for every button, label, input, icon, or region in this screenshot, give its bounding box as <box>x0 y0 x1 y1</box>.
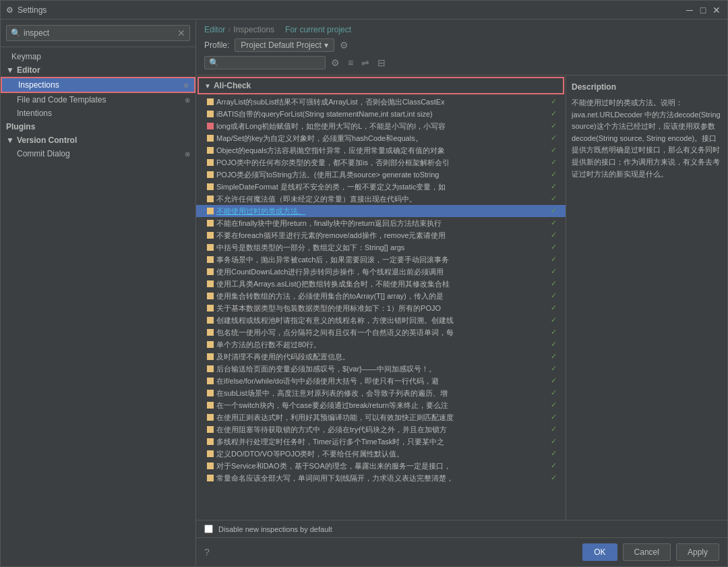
inspection-item[interactable]: 事务场景中，抛出异常被catch后，如果需要回滚，一定要手动回滚事务✓ <box>196 253 566 266</box>
inspection-item[interactable]: Object的equals方法容易抛空指针异常，应使用常量或确定有值的对象✓ <box>196 144 566 156</box>
group-button[interactable]: ⊟ <box>375 56 388 69</box>
inspection-checkbox[interactable]: ✓ <box>551 461 560 471</box>
inspections-search-input[interactable] <box>222 58 321 67</box>
close-button[interactable]: ✕ <box>711 5 722 16</box>
inspection-item[interactable]: 在一个switch块内，每个case要必须通过break/return等来终止，… <box>196 399 566 411</box>
sidebar-item-version-control[interactable]: ▼ Version Control <box>1 133 195 147</box>
inspection-item[interactable]: SimpleDateFormat 是线程不安全的类，一般不要定义为static变… <box>196 181 566 193</box>
inspection-item[interactable]: 及时清理不再使用的代码段或配置信息。✓ <box>196 351 566 363</box>
inspection-checkbox[interactable]: ✓ <box>551 400 560 410</box>
inspection-item[interactable]: 在使用正则表达式时，利用好其预编译功能，可以有效加快正则匹配速度✓ <box>196 411 566 423</box>
inspection-item[interactable]: 创建线程或线程池时请指定有意义的线程名称，方便出错时回溯。创建线✓ <box>196 314 566 326</box>
inspection-checkbox[interactable]: ✓ <box>551 425 560 434</box>
inspection-checkbox[interactable]: ✓ <box>551 133 560 143</box>
inspection-checkbox[interactable]: ✓ <box>551 473 560 483</box>
inspection-item-text: 创建线程或线程池时请指定有意义的线程名称，方便出错时回溯。创建线 <box>216 316 548 326</box>
inspection-item[interactable]: 定义DO/DTO/VO等POJO类时，不要给任何属性默认值。✓ <box>196 448 566 460</box>
inspection-item[interactable]: POJO类中的任何布尔类型的变量，都不要加is，否则部分框架解析会引✓ <box>196 156 566 169</box>
inspections-search[interactable]: 🔍 <box>204 56 326 69</box>
inspection-item[interactable]: 对于Service和DAO类，基于SOA的理念，暴露出来的服务一定是接口，✓ <box>196 460 566 472</box>
inspection-checkbox[interactable]: ✓ <box>551 267 560 276</box>
inspection-checkbox[interactable]: ✓ <box>551 376 560 386</box>
sidebar-item-keymap[interactable]: Keymap <box>1 50 195 63</box>
profile-select[interactable]: Project Default Project ▾ <box>235 38 334 52</box>
inspection-checkbox[interactable]: ✓ <box>551 231 560 240</box>
for-current-project[interactable]: For current project <box>285 25 351 34</box>
help-button[interactable]: ? <box>204 547 210 558</box>
inspection-checkbox[interactable]: ✓ <box>551 194 560 204</box>
inspection-item[interactable]: 不要在foreach循环里进行元素的remove/add操作，remove元素请… <box>196 229 566 241</box>
inspection-checkbox[interactable]: ✓ <box>551 364 560 374</box>
sidebar-item-file-code-templates[interactable]: File and Code Templates ⊕ <box>1 93 195 107</box>
inspection-checkbox[interactable]: ✓ <box>551 352 560 361</box>
inspection-checkbox[interactable]: ✓ <box>551 97 560 107</box>
inspection-item[interactable]: 使用集合转数组的方法，必须使用集合的toArray(T[] array)，传入的… <box>196 290 566 302</box>
sidebar-item-inspections[interactable]: Inspections ⊕ <box>1 77 195 93</box>
inspection-checkbox[interactable]: ✓ <box>551 303 560 313</box>
inspections-search-icon: 🔍 <box>209 58 219 67</box>
inspection-item[interactable]: iBATIS自带的queryForList(String statementNa… <box>196 108 566 120</box>
inspection-checkbox[interactable]: ✓ <box>551 121 560 131</box>
expand-all-button[interactable]: ≡ <box>345 56 356 69</box>
inspection-item[interactable]: 在subList场景中，高度注意对原列表的修改，会导致子列表的遍历、增✓ <box>196 387 566 399</box>
inspection-checkbox[interactable]: ✓ <box>551 291 560 301</box>
inspection-item[interactable]: 后台输送给页面的变量必须加感叹号，${var}——中间加感叹号！。✓ <box>196 363 566 375</box>
inspection-checkbox[interactable]: ✓ <box>551 437 560 446</box>
maximize-button[interactable]: □ <box>698 5 708 16</box>
cancel-button[interactable]: Cancel <box>623 543 671 561</box>
inspection-checkbox[interactable]: ✓ <box>551 182 560 191</box>
inspection-checkbox[interactable]: ✓ <box>551 413 560 422</box>
severity-indicator <box>207 111 214 117</box>
ok-button[interactable]: OK <box>582 543 617 561</box>
inspection-item[interactable]: 使用CountDownLatch进行异步转同步操作，每个线程退出前必须调用✓ <box>196 266 566 278</box>
inspection-checkbox[interactable]: ✓ <box>551 158 560 167</box>
inspection-item[interactable]: long或者Long初始赋值时，如您使用大写的L，不能是小写的l，小写容✓ <box>196 120 566 132</box>
inspection-checkbox[interactable]: ✓ <box>551 449 560 458</box>
inspection-checkbox[interactable]: ✓ <box>551 255 560 264</box>
severity-indicator <box>207 462 214 469</box>
inspection-item[interactable]: 关于基本数据类型与包装数据类型的使用标准如下：1）所有的POJO✓ <box>196 302 566 314</box>
inspection-item[interactable]: POJO类必须写toString方法。(使用工具类source> generat… <box>196 169 566 181</box>
collapse-all-button[interactable]: ⇌ <box>359 56 372 69</box>
inspection-item-text: 定义DO/DTO/VO等POJO类时，不要给任何属性默认值。 <box>216 449 548 459</box>
inspection-item-text: 不要在foreach循环里进行元素的remove/add操作，remove元素请… <box>216 231 548 241</box>
inspection-checkbox[interactable]: ✓ <box>551 340 560 349</box>
sidebar-item-intentions[interactable]: Intentions <box>1 107 195 120</box>
apply-button[interactable]: Apply <box>676 543 719 561</box>
inspection-item[interactable]: ArrayList的subList结果不可强转成ArrayList，否则会抛出C… <box>196 96 566 108</box>
inspection-item[interactable]: 在if/else/for/while/do语句中必须使用大括号，即使只有一行代码… <box>196 375 566 387</box>
disable-inspections-checkbox[interactable] <box>204 525 213 533</box>
inspection-checkbox[interactable]: ✓ <box>551 146 560 155</box>
inspection-item[interactable]: 常量命名应该全部大写，单词间用下划线隔开，力求语义表达完整清楚，✓ <box>196 472 566 484</box>
sidebar-item-commit-dialog[interactable]: Commit Dialog ⊕ <box>1 147 195 160</box>
inspection-checkbox[interactable]: ✓ <box>551 388 560 398</box>
inspection-item[interactable]: 包名统一使用小写，点分隔符之间有且仅有一个自然语义的英语单词，每✓ <box>196 326 566 338</box>
inspection-item[interactable]: 使用工具类Arrays.asList()把数组转换成集合时，不能使用其修改集合桂… <box>196 278 566 290</box>
inspection-checkbox[interactable]: ✓ <box>551 328 560 337</box>
inspection-checkbox[interactable]: ✓ <box>551 218 560 228</box>
inspection-checkbox[interactable]: ✓ <box>551 109 560 119</box>
inspection-item[interactable]: 不能使用过时的类或方法。✓ <box>196 205 566 217</box>
inspection-item[interactable]: 中括号是数组类型的一部分，数组定义如下：String[] args✓ <box>196 241 566 253</box>
inspection-checkbox[interactable]: ✓ <box>551 243 560 252</box>
inspection-item[interactable]: 多线程并行处理定时任务时，Timer运行多个TimeTask时，只要某中之✓ <box>196 436 566 448</box>
inspection-item[interactable]: 不能在finally块中使用return，finally块中的return返回后… <box>196 217 566 229</box>
sidebar-search-input[interactable] <box>24 28 175 38</box>
ali-check-group-header[interactable]: ▼ Ali-Check <box>198 77 564 94</box>
inspection-item[interactable]: 单个方法的总行数不超过80行。✓ <box>196 338 566 351</box>
inspection-item[interactable]: Map/Set的key为自定义对象时，必须重写hashCode和equals。✓ <box>196 132 566 144</box>
sidebar-item-editor[interactable]: ▼ Editor <box>1 63 195 77</box>
profile-gear-icon[interactable]: ⚙ <box>340 40 348 51</box>
breadcrumb-editor[interactable]: Editor <box>204 25 225 34</box>
inspection-item[interactable]: 在使用阻塞等待获取锁的方式中，必须在try代码块之外，并且在加锁方✓ <box>196 423 566 436</box>
inspection-checkbox[interactable]: ✓ <box>551 206 560 216</box>
inspection-checkbox[interactable]: ✓ <box>551 316 560 325</box>
minimize-button[interactable]: ─ <box>684 5 695 16</box>
inspection-checkbox[interactable]: ✓ <box>551 279 560 289</box>
inspection-checkbox[interactable]: ✓ <box>551 170 560 179</box>
search-clear-icon[interactable]: ✕ <box>177 28 185 38</box>
sidebar-search-wrap[interactable]: 🔍 ✕ <box>6 25 190 41</box>
sidebar-item-plugins[interactable]: Plugins <box>1 120 195 133</box>
filter-button[interactable]: ⚙ <box>328 56 342 69</box>
inspection-item[interactable]: 不允许任何魔法值（即未经定义的常量）直接出现在代码中。✓ <box>196 193 566 205</box>
